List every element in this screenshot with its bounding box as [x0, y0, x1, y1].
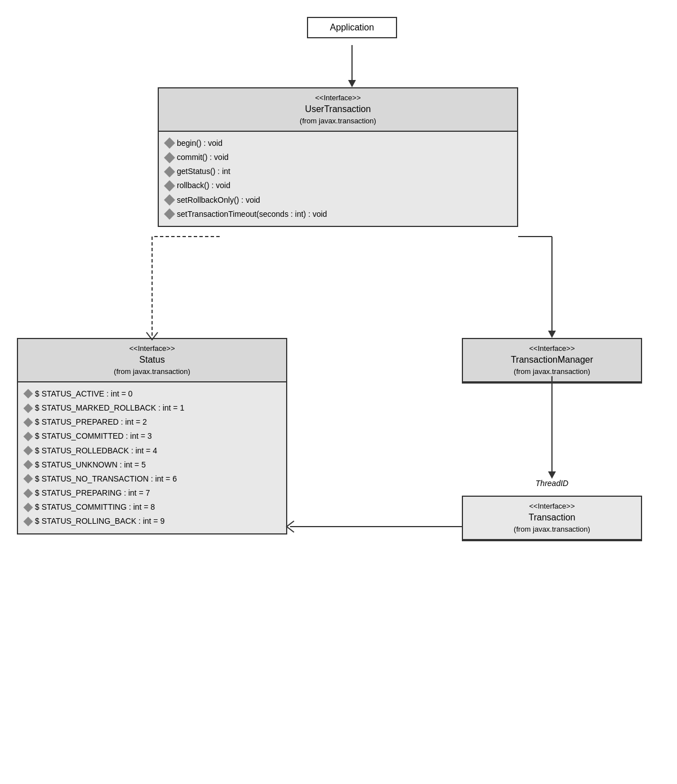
field-status-preparing-text: $ STATUS_PREPARING : int = 7: [35, 486, 150, 500]
user-transaction-name: UserTransaction: [166, 103, 510, 115]
method-rollback-text: rollback() : void: [177, 179, 230, 193]
method-begin-text: begin() : void: [177, 136, 222, 150]
field-status-no-transaction: $ STATUS_NO_TRANSACTION : int = 6: [25, 472, 279, 486]
status-name: Status: [25, 354, 279, 366]
threadid-label: ThreadID: [462, 479, 642, 488]
user-transaction-box: <<Interface>> UserTransaction (from java…: [158, 87, 518, 227]
svg-marker-8: [548, 471, 556, 479]
tx-header: <<Interface>> Transaction (from javax.tr…: [463, 497, 641, 540]
application-label: Application: [330, 23, 374, 32]
field-status-marked-rollback-text: $ STATUS_MARKED_ROLLBACK : int = 1: [35, 401, 184, 415]
method-icon: [164, 180, 175, 191]
diagram-container: Application <<Interface>> UserTransactio…: [0, 0, 677, 784]
user-transaction-header: <<Interface>> UserTransaction (from java…: [159, 88, 517, 132]
user-transaction-body: begin() : void commit() : void getStatus…: [159, 132, 517, 226]
field-status-active: $ STATUS_ACTIVE : int = 0: [25, 387, 279, 401]
field-status-unknown-text: $ STATUS_UNKNOWN : int = 5: [35, 458, 146, 472]
method-begin: begin() : void: [166, 136, 510, 150]
field-status-marked-rollback: $ STATUS_MARKED_ROLLBACK : int = 1: [25, 401, 279, 415]
field-icon: [24, 460, 33, 470]
tm-stereotype: <<Interface>>: [470, 344, 634, 354]
svg-marker-4: [548, 331, 556, 338]
method-commit-text: commit() : void: [177, 150, 229, 164]
method-commit: commit() : void: [166, 150, 510, 164]
field-status-committing-text: $ STATUS_COMMITTING : int = 8: [35, 500, 155, 514]
status-box: <<Interface>> Status (from javax.transac…: [17, 338, 287, 534]
field-status-committing: $ STATUS_COMMITTING : int = 8: [25, 500, 279, 514]
field-status-rolledback: $ STATUS_ROLLEDBACK : int = 4: [25, 444, 279, 458]
user-transaction-pkg: (from javax.transaction): [166, 116, 510, 126]
tx-name: Transaction: [470, 511, 634, 524]
transaction-manager-box: <<Interface>> TransactionManager (from j…: [462, 338, 642, 384]
field-status-rolledback-text: $ STATUS_ROLLEDBACK : int = 4: [35, 444, 157, 458]
method-getstatus: getStatus() : int: [166, 164, 510, 179]
method-icon: [164, 137, 175, 149]
field-icon: [24, 417, 33, 427]
field-status-rolling-back: $ STATUS_ROLLING_BACK : int = 9: [25, 514, 279, 528]
field-icon: [24, 517, 33, 527]
method-icon: [164, 208, 175, 220]
status-body: $ STATUS_ACTIVE : int = 0 $ STATUS_MARKE…: [18, 382, 286, 533]
method-settransactiontimeout: setTransactionTimeout(seconds : int) : v…: [166, 207, 510, 221]
transaction-box: <<Interface>> Transaction (from javax.tr…: [462, 496, 642, 541]
method-rollback: rollback() : void: [166, 179, 510, 193]
tm-pkg: (from javax.transaction): [470, 367, 634, 377]
method-setrollbackonly: setRollbackOnly() : void: [166, 193, 510, 207]
field-icon: [24, 389, 33, 399]
field-icon: [24, 488, 33, 498]
field-status-committed-text: $ STATUS_COMMITTED : int = 3: [35, 429, 152, 443]
method-icon: [164, 152, 175, 163]
field-status-committed: $ STATUS_COMMITTED : int = 3: [25, 429, 279, 443]
field-icon: [24, 403, 33, 413]
tx-pkg: (from javax.transaction): [470, 524, 634, 534]
field-status-active-text: $ STATUS_ACTIVE : int = 0: [35, 387, 132, 401]
tx-stereotype: <<Interface>>: [470, 501, 634, 511]
svg-marker-1: [348, 80, 356, 87]
field-status-prepared-text: $ STATUS_PREPARED : int = 2: [35, 415, 147, 429]
threadid-text: ThreadID: [536, 479, 568, 488]
application-box: Application: [307, 17, 397, 38]
status-header: <<Interface>> Status (from javax.transac…: [18, 339, 286, 382]
method-setrollbackonly-text: setRollbackOnly() : void: [177, 193, 260, 207]
field-icon: [24, 431, 33, 441]
tm-header: <<Interface>> TransactionManager (from j…: [463, 339, 641, 382]
field-status-no-transaction-text: $ STATUS_NO_TRANSACTION : int = 6: [35, 472, 177, 486]
field-icon: [24, 446, 33, 456]
tm-name: TransactionManager: [470, 354, 634, 366]
method-getstatus-text: getStatus() : int: [177, 164, 230, 179]
field-status-unknown: $ STATUS_UNKNOWN : int = 5: [25, 458, 279, 472]
status-pkg: (from javax.transaction): [25, 367, 279, 377]
field-icon: [24, 474, 33, 484]
status-stereotype: <<Interface>>: [25, 344, 279, 354]
field-icon: [24, 502, 33, 512]
field-status-prepared: $ STATUS_PREPARED : int = 2: [25, 415, 279, 429]
user-transaction-stereotype: <<Interface>>: [166, 93, 510, 103]
method-settransactiontimeout-text: setTransactionTimeout(seconds : int) : v…: [177, 207, 327, 221]
field-status-preparing: $ STATUS_PREPARING : int = 7: [25, 486, 279, 500]
method-icon: [164, 166, 175, 177]
field-status-rolling-back-text: $ STATUS_ROLLING_BACK : int = 9: [35, 514, 164, 528]
method-icon: [164, 194, 175, 206]
